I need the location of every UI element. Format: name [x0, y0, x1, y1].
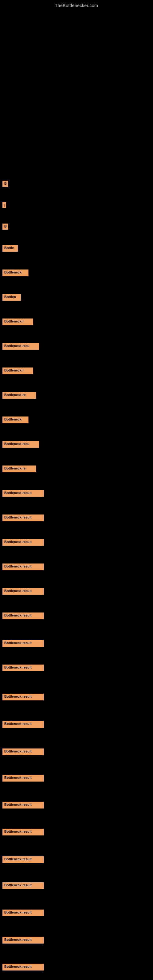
bottleneck-result-badge: Bottleneck result	[2, 539, 44, 546]
bottleneck-result-badge: Bottleneck result	[2, 856, 44, 863]
bottleneck-result-badge: Bottleneck re	[2, 392, 36, 399]
bottleneck-result-badge: Bottleneck resu	[2, 343, 39, 350]
site-title: TheBottlenecker.com	[0, 0, 153, 8]
bottleneck-result-badge: Bottleneck re	[2, 466, 36, 472]
bottleneck-result-badge: Bottleneck result	[2, 588, 44, 595]
bottleneck-result-badge: Bottleneck result	[2, 490, 44, 497]
bottleneck-result-badge: Bottleneck result	[2, 640, 44, 647]
bottleneck-result-badge: Bottleneck result	[2, 514, 44, 521]
bottleneck-result-badge: Bottleneck r	[2, 368, 33, 374]
bottleneck-result-badge: Bottleneck result	[2, 563, 44, 570]
bottleneck-result-badge: Bottleneck	[2, 269, 29, 276]
bottleneck-result-badge: Bottleneck result	[2, 910, 44, 916]
bottleneck-result-badge: Bottleneck result	[2, 829, 44, 835]
bottleneck-result-badge: B	[2, 224, 8, 230]
bottleneck-result-badge: Bottleneck result	[2, 964, 44, 970]
bottleneck-result-badge: Bottleneck result	[2, 694, 44, 700]
bottleneck-result-badge: Bottleneck result	[2, 937, 44, 943]
bottleneck-result-badge: Bottleneck result	[2, 775, 44, 781]
bottleneck-result-badge: Bottleneck result	[2, 612, 44, 619]
bottleneck-result-badge: Bottlen	[2, 294, 21, 301]
bottleneck-result-badge: B	[2, 181, 8, 187]
bottleneck-result-badge: Bottle	[2, 245, 18, 252]
bottleneck-result-badge: Bottleneck result	[2, 882, 44, 889]
bottleneck-result-badge: Bottleneck result	[2, 802, 44, 808]
bottleneck-result-badge: Bottleneck	[2, 417, 29, 423]
bottleneck-result-badge: Bottleneck result	[2, 665, 44, 671]
bottleneck-result-badge: Bottleneck resu	[2, 441, 39, 448]
bottleneck-result-badge: Bottleneck r	[2, 318, 33, 325]
bottleneck-result-badge: |	[2, 202, 6, 208]
bottleneck-result-badge: Bottleneck result	[2, 748, 44, 755]
bottleneck-result-badge: Bottleneck result	[2, 721, 44, 728]
